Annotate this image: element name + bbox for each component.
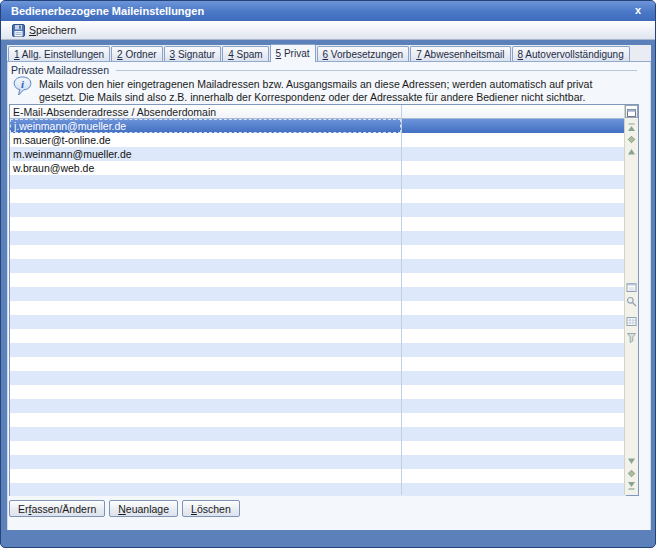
toolbar: Speichern <box>1 21 655 40</box>
scroll-top-icon[interactable] <box>625 121 637 133</box>
table-row[interactable]: j.weinmann@mueller.de <box>10 119 626 133</box>
tab-spam[interactable]: 4 Spam <box>222 46 268 61</box>
scroll-down-icon[interactable] <box>625 455 637 467</box>
tab-vorbesetzungen[interactable]: 6 Vorbesetzungen <box>317 46 410 61</box>
tab-privat[interactable]: 5 Privat <box>270 44 316 62</box>
info-text-line2: gesetzt. Die Mails sind also z.B. innerh… <box>39 91 592 104</box>
tab-ordner[interactable]: 2 Ordner <box>111 46 162 61</box>
tab-abwesenheitsmail[interactable]: 7 Abwesenheitsmail <box>410 46 510 61</box>
group-title: Private Mailadressen <box>11 64 109 76</box>
card-view-icon[interactable] <box>625 281 637 293</box>
save-button-label: Speichern <box>29 24 76 36</box>
tab-bar: 1 Allg. Einstellungen 2 Ordner 3 Signatu… <box>7 45 651 62</box>
neuanlage-button[interactable]: Neuanlage <box>109 500 178 517</box>
table-cell: w.braun@web.de <box>10 161 401 175</box>
dialog-window: Bedienerbezogene Maileinstellungen x Spe… <box>0 0 656 548</box>
email-grid: E-Mail-Absenderadresse / Absenderdomain … <box>9 104 639 496</box>
tab-autovervollstaendigung[interactable]: 8 Autovervollständigung <box>512 46 630 61</box>
title-bar: Bedienerbezogene Maileinstellungen x <box>1 1 655 21</box>
column-divider <box>401 105 402 495</box>
info-bubble-icon: i <box>13 76 32 101</box>
tab-allg-einstellungen[interactable]: 1 Allg. Einstellungen <box>8 46 110 61</box>
table-row[interactable]: w.braun@web.de <box>10 161 626 175</box>
grid-side-toolbar <box>624 105 638 495</box>
tab-signatur[interactable]: 3 Signatur <box>164 46 222 61</box>
close-icon[interactable]: x <box>631 3 645 17</box>
window-title: Bedienerbezogene Maileinstellungen <box>11 5 204 17</box>
table-row[interactable]: m.weinmann@mueller.de <box>10 147 626 161</box>
floppy-disk-icon <box>12 24 25 37</box>
column-header-label: E-Mail-Absenderadresse / Absenderdomain <box>13 106 216 118</box>
group-header: Private Mailadressen <box>11 64 645 76</box>
filter-icon[interactable] <box>625 331 637 343</box>
scroll-up-icon[interactable] <box>625 145 637 157</box>
search-icon[interactable] <box>625 295 637 307</box>
erfassen-aendern-button[interactable]: Erfassen/Ändern <box>9 500 105 517</box>
locate-up-icon[interactable] <box>625 133 637 145</box>
scroll-bottom-icon[interactable] <box>625 479 637 491</box>
table-cell: j.weinmann@mueller.de <box>10 119 401 133</box>
info-text: Mails von den hier eingetragenen Mailadr… <box>39 78 592 104</box>
column-chooser-button[interactable] <box>625 105 638 118</box>
column-chooser-icon <box>627 103 636 121</box>
action-buttons: Erfassen/Ändern Neuanlage Löschen <box>9 500 240 517</box>
locate-down-icon[interactable] <box>625 467 637 479</box>
loeschen-button[interactable]: Löschen <box>182 500 240 517</box>
column-header[interactable]: E-Mail-Absenderadresse / Absenderdomain <box>10 105 626 119</box>
table-cell: m.weinmann@mueller.de <box>10 147 401 161</box>
save-button[interactable]: Speichern <box>8 22 83 39</box>
table-cell: m.sauer@t-online.de <box>10 133 401 147</box>
info-text-line1: Mails von den hier eingetragenen Mailadr… <box>39 78 592 91</box>
table-row[interactable]: m.sauer@t-online.de <box>10 133 626 147</box>
grid-view-icon[interactable] <box>625 315 637 327</box>
group-divider <box>116 70 637 71</box>
empty-rows <box>10 175 626 496</box>
